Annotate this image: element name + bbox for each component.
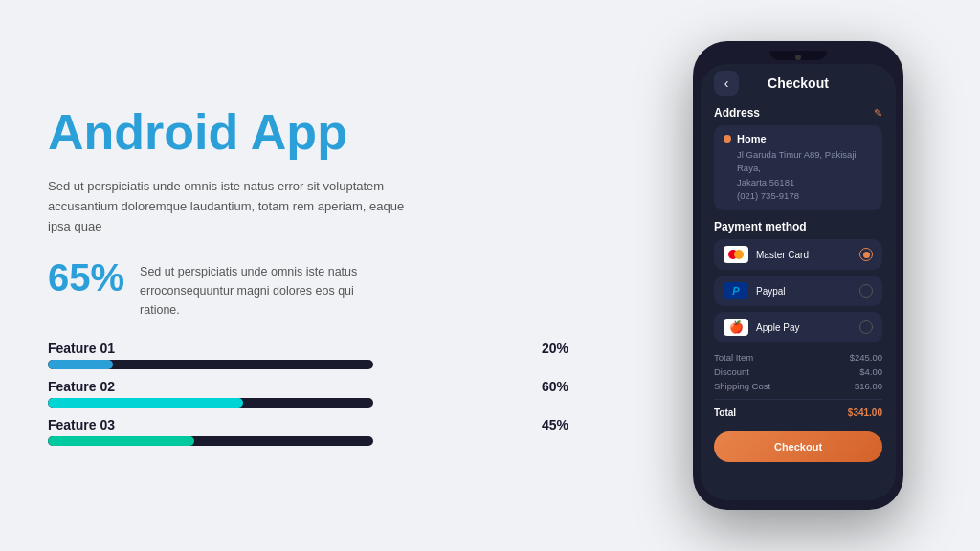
feature-item-2: Feature 02 60% (48, 379, 568, 408)
address-home-label: Home (737, 133, 767, 144)
checkout-button[interactable]: Checkout (714, 431, 882, 462)
feature-item-3: Feature 03 45% (48, 417, 568, 446)
feature-pct-3: 45% (542, 417, 568, 432)
phone-screen: ‹ Checkout Address ✎ Home (701, 64, 896, 500)
total-item-label: Total Item (714, 352, 753, 363)
summary-row-shipping: Shipping Cost $16.00 (714, 381, 882, 391)
feature-label-2: Feature 02 (48, 379, 115, 394)
stat-percent: 65% (48, 258, 124, 297)
app-description: Sed ut perspiciatis unde omnis iste natu… (48, 177, 412, 236)
progress-bg-3 (48, 436, 373, 446)
right-panel: ‹ Checkout Address ✎ Home (616, 0, 980, 551)
feature-label-3: Feature 03 (48, 417, 115, 432)
feature-pct-1: 20% (542, 341, 568, 356)
shipping-value: $16.00 (855, 381, 882, 391)
screen-content: Address ✎ Home Jl Garuda Timur A89, Paki… (701, 99, 896, 500)
payment-option-applepay[interactable]: 🍎 Apple Pay (714, 312, 882, 342)
mastercard-label: Master Card (756, 250, 852, 260)
summary-row-total: Total $341.00 (714, 408, 882, 418)
payment-option-paypal[interactable]: P Paypal (714, 276, 882, 306)
shipping-label: Shipping Cost (714, 381, 770, 391)
applepay-icon: 🍎 (724, 319, 748, 336)
location-dot-icon (724, 135, 731, 143)
paypal-icon: P (724, 282, 748, 299)
progress-bg-2 (48, 398, 373, 408)
progress-bg-1 (48, 360, 373, 369)
summary-row-total-item: Total Item $245.00 (714, 352, 882, 363)
total-item-value: $245.00 (850, 352, 882, 363)
feature-pct-2: 60% (542, 379, 568, 394)
feature-label-1: Feature 01 (48, 341, 115, 356)
address-header: Address ✎ (714, 106, 882, 120)
summary-row-discount: Discount $4.00 (714, 366, 882, 377)
paypal-label: Paypal (756, 286, 852, 297)
total-label: Total (714, 408, 736, 418)
payment-option-mastercard[interactable]: Master Card (714, 239, 882, 270)
back-button[interactable]: ‹ (714, 71, 739, 96)
feature-item-1: Feature 01 20% (48, 341, 568, 369)
address-street: Jl Garuda Timur A89, Pakisaji Raya, Jaka… (737, 148, 873, 203)
left-panel: Android App Sed ut perspiciatis unde omn… (0, 67, 616, 484)
applepay-label: Apple Pay (756, 322, 852, 333)
address-home-row: Home (724, 133, 873, 144)
applepay-radio[interactable] (859, 320, 873, 334)
total-value: $341.00 (848, 408, 882, 418)
stat-description: Sed ut perspiciatis unde omnis iste natu… (140, 258, 369, 320)
screen-header: ‹ Checkout (701, 64, 896, 99)
progress-fill-2 (48, 398, 243, 408)
mastercard-icon (724, 246, 748, 263)
phone-mockup: ‹ Checkout Address ✎ Home (693, 41, 903, 510)
summary-divider (714, 399, 882, 400)
mastercard-radio[interactable] (859, 248, 873, 261)
discount-label: Discount (714, 366, 749, 377)
address-title: Address (714, 106, 760, 120)
radio-selected-dot (863, 252, 870, 258)
back-arrow-icon: ‹ (724, 76, 729, 91)
progress-fill-3 (48, 436, 194, 446)
features-list: Feature 01 20% Feature 02 60% Feature 03… (48, 341, 568, 446)
address-card: Home Jl Garuda Timur A89, Pakisaji Raya,… (714, 125, 882, 210)
phone-camera (795, 55, 801, 60)
edit-icon[interactable]: ✎ (874, 107, 882, 120)
payment-title: Payment method (714, 220, 882, 233)
payment-section: Payment method Master Card (714, 220, 882, 342)
app-title: Android App (48, 105, 568, 160)
address-section: Address ✎ Home Jl Garuda Timur A89, Paki… (714, 106, 882, 210)
screen-title: Checkout (768, 76, 829, 91)
progress-fill-1 (48, 360, 113, 369)
summary-section: Total Item $245.00 Discount $4.00 Shippi… (714, 352, 882, 418)
discount-value: $4.00 (859, 366, 882, 377)
stat-row: 65% Sed ut perspiciatis unde omnis iste … (48, 258, 568, 320)
paypal-radio[interactable] (859, 284, 873, 298)
